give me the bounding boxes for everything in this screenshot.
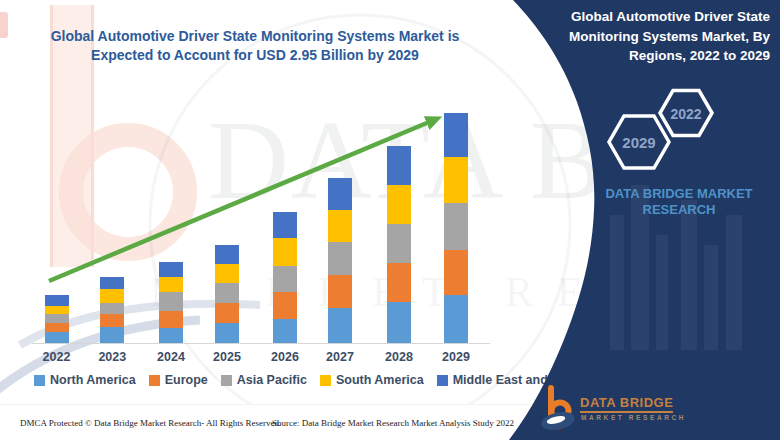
side-panel: 2029 2022 — [0, 0, 780, 440]
brand-logo-name: DATA BRIDGE — [580, 395, 673, 413]
side-panel-title: Global Automotive Driver State Monitorin… — [545, 7, 770, 66]
brand-caption-line1: DATA BRIDGE MARKET — [598, 186, 760, 202]
brand-caption-line2: RESEARCH — [598, 202, 760, 218]
hexagon-2022-label: 2022 — [670, 106, 701, 122]
side-panel-title-line1: Global Automotive Driver State — [545, 7, 770, 27]
infographic-canvas: DATA BRIDGE MARKET RESEARCH Global Autom… — [0, 0, 780, 440]
brand-logo-subtitle: MARKET RESEARCH — [581, 414, 686, 421]
side-panel-title-line3: Regions, 2022 to 2029 — [545, 46, 770, 66]
side-panel-brand-caption: DATA BRIDGE MARKET RESEARCH — [598, 186, 760, 218]
side-panel-title-line2: Monitoring Systems Market, By — [545, 27, 770, 47]
hexagon-2029-label: 2029 — [622, 134, 655, 151]
